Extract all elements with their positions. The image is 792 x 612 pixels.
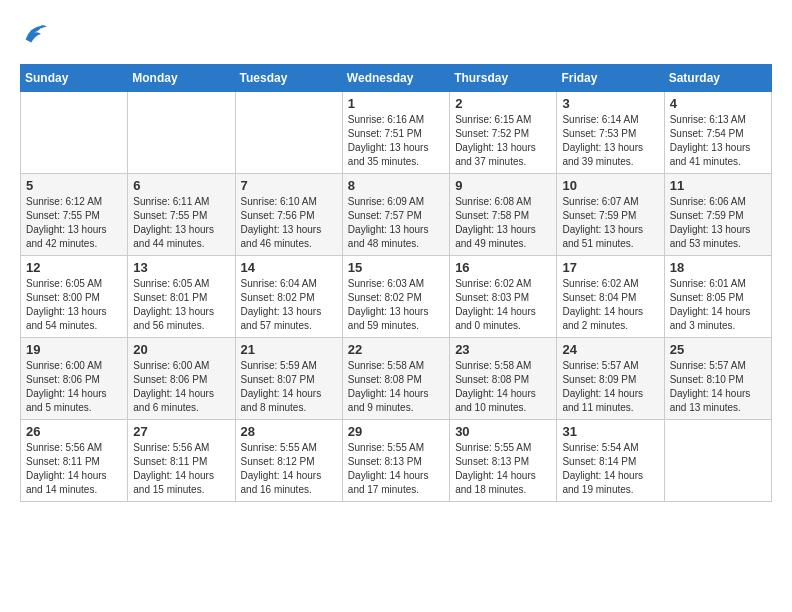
day-info: Sunrise: 6:06 AM Sunset: 7:59 PM Dayligh…	[670, 195, 766, 251]
day-info: Sunrise: 6:05 AM Sunset: 8:00 PM Dayligh…	[26, 277, 122, 333]
calendar-cell: 21Sunrise: 5:59 AM Sunset: 8:07 PM Dayli…	[235, 338, 342, 420]
calendar-week-row: 5Sunrise: 6:12 AM Sunset: 7:55 PM Daylig…	[21, 174, 772, 256]
day-number: 6	[133, 178, 229, 193]
weekday-header: Wednesday	[342, 65, 449, 92]
logo	[20, 20, 54, 48]
day-number: 24	[562, 342, 658, 357]
calendar-cell: 8Sunrise: 6:09 AM Sunset: 7:57 PM Daylig…	[342, 174, 449, 256]
calendar-cell: 6Sunrise: 6:11 AM Sunset: 7:55 PM Daylig…	[128, 174, 235, 256]
calendar-cell	[235, 92, 342, 174]
day-info: Sunrise: 5:56 AM Sunset: 8:11 PM Dayligh…	[133, 441, 229, 497]
calendar-cell: 26Sunrise: 5:56 AM Sunset: 8:11 PM Dayli…	[21, 420, 128, 502]
day-number: 31	[562, 424, 658, 439]
day-info: Sunrise: 6:14 AM Sunset: 7:53 PM Dayligh…	[562, 113, 658, 169]
day-info: Sunrise: 5:56 AM Sunset: 8:11 PM Dayligh…	[26, 441, 122, 497]
calendar-cell: 3Sunrise: 6:14 AM Sunset: 7:53 PM Daylig…	[557, 92, 664, 174]
calendar-cell: 11Sunrise: 6:06 AM Sunset: 7:59 PM Dayli…	[664, 174, 771, 256]
day-number: 14	[241, 260, 337, 275]
calendar-cell: 4Sunrise: 6:13 AM Sunset: 7:54 PM Daylig…	[664, 92, 771, 174]
calendar-cell: 7Sunrise: 6:10 AM Sunset: 7:56 PM Daylig…	[235, 174, 342, 256]
day-number: 25	[670, 342, 766, 357]
day-number: 29	[348, 424, 444, 439]
day-info: Sunrise: 6:07 AM Sunset: 7:59 PM Dayligh…	[562, 195, 658, 251]
day-info: Sunrise: 6:15 AM Sunset: 7:52 PM Dayligh…	[455, 113, 551, 169]
calendar-cell: 13Sunrise: 6:05 AM Sunset: 8:01 PM Dayli…	[128, 256, 235, 338]
calendar-cell	[664, 420, 771, 502]
weekday-header: Thursday	[450, 65, 557, 92]
calendar-week-row: 19Sunrise: 6:00 AM Sunset: 8:06 PM Dayli…	[21, 338, 772, 420]
calendar-header: SundayMondayTuesdayWednesdayThursdayFrid…	[21, 65, 772, 92]
day-number: 22	[348, 342, 444, 357]
day-info: Sunrise: 6:08 AM Sunset: 7:58 PM Dayligh…	[455, 195, 551, 251]
calendar-cell: 5Sunrise: 6:12 AM Sunset: 7:55 PM Daylig…	[21, 174, 128, 256]
day-info: Sunrise: 5:59 AM Sunset: 8:07 PM Dayligh…	[241, 359, 337, 415]
calendar-cell: 27Sunrise: 5:56 AM Sunset: 8:11 PM Dayli…	[128, 420, 235, 502]
day-number: 27	[133, 424, 229, 439]
day-number: 23	[455, 342, 551, 357]
day-info: Sunrise: 5:55 AM Sunset: 8:13 PM Dayligh…	[455, 441, 551, 497]
weekday-header: Sunday	[21, 65, 128, 92]
day-info: Sunrise: 6:02 AM Sunset: 8:03 PM Dayligh…	[455, 277, 551, 333]
day-info: Sunrise: 5:55 AM Sunset: 8:13 PM Dayligh…	[348, 441, 444, 497]
weekday-header: Friday	[557, 65, 664, 92]
calendar-cell: 16Sunrise: 6:02 AM Sunset: 8:03 PM Dayli…	[450, 256, 557, 338]
calendar-cell: 24Sunrise: 5:57 AM Sunset: 8:09 PM Dayli…	[557, 338, 664, 420]
day-number: 2	[455, 96, 551, 111]
calendar-cell: 18Sunrise: 6:01 AM Sunset: 8:05 PM Dayli…	[664, 256, 771, 338]
day-number: 15	[348, 260, 444, 275]
day-info: Sunrise: 6:00 AM Sunset: 8:06 PM Dayligh…	[26, 359, 122, 415]
day-number: 8	[348, 178, 444, 193]
day-number: 28	[241, 424, 337, 439]
calendar-body: 1Sunrise: 6:16 AM Sunset: 7:51 PM Daylig…	[21, 92, 772, 502]
day-number: 11	[670, 178, 766, 193]
day-info: Sunrise: 5:58 AM Sunset: 8:08 PM Dayligh…	[348, 359, 444, 415]
day-number: 12	[26, 260, 122, 275]
day-info: Sunrise: 6:01 AM Sunset: 8:05 PM Dayligh…	[670, 277, 766, 333]
day-info: Sunrise: 6:10 AM Sunset: 7:56 PM Dayligh…	[241, 195, 337, 251]
calendar-cell: 17Sunrise: 6:02 AM Sunset: 8:04 PM Dayli…	[557, 256, 664, 338]
weekday-header-row: SundayMondayTuesdayWednesdayThursdayFrid…	[21, 65, 772, 92]
calendar-cell: 29Sunrise: 5:55 AM Sunset: 8:13 PM Dayli…	[342, 420, 449, 502]
day-info: Sunrise: 6:09 AM Sunset: 7:57 PM Dayligh…	[348, 195, 444, 251]
day-info: Sunrise: 6:04 AM Sunset: 8:02 PM Dayligh…	[241, 277, 337, 333]
day-number: 5	[26, 178, 122, 193]
day-info: Sunrise: 6:16 AM Sunset: 7:51 PM Dayligh…	[348, 113, 444, 169]
day-number: 4	[670, 96, 766, 111]
calendar-cell: 1Sunrise: 6:16 AM Sunset: 7:51 PM Daylig…	[342, 92, 449, 174]
day-number: 26	[26, 424, 122, 439]
logo-bird-icon	[20, 20, 48, 48]
calendar-cell: 23Sunrise: 5:58 AM Sunset: 8:08 PM Dayli…	[450, 338, 557, 420]
day-number: 3	[562, 96, 658, 111]
day-number: 20	[133, 342, 229, 357]
day-number: 18	[670, 260, 766, 275]
day-info: Sunrise: 6:05 AM Sunset: 8:01 PM Dayligh…	[133, 277, 229, 333]
day-number: 10	[562, 178, 658, 193]
page-header	[20, 20, 772, 48]
weekday-header: Monday	[128, 65, 235, 92]
calendar-cell: 20Sunrise: 6:00 AM Sunset: 8:06 PM Dayli…	[128, 338, 235, 420]
day-number: 21	[241, 342, 337, 357]
calendar-cell: 10Sunrise: 6:07 AM Sunset: 7:59 PM Dayli…	[557, 174, 664, 256]
calendar-cell: 9Sunrise: 6:08 AM Sunset: 7:58 PM Daylig…	[450, 174, 557, 256]
calendar-cell: 15Sunrise: 6:03 AM Sunset: 8:02 PM Dayli…	[342, 256, 449, 338]
day-number: 7	[241, 178, 337, 193]
calendar-cell: 31Sunrise: 5:54 AM Sunset: 8:14 PM Dayli…	[557, 420, 664, 502]
day-number: 17	[562, 260, 658, 275]
calendar-cell: 28Sunrise: 5:55 AM Sunset: 8:12 PM Dayli…	[235, 420, 342, 502]
day-info: Sunrise: 6:00 AM Sunset: 8:06 PM Dayligh…	[133, 359, 229, 415]
day-number: 30	[455, 424, 551, 439]
calendar-week-row: 12Sunrise: 6:05 AM Sunset: 8:00 PM Dayli…	[21, 256, 772, 338]
day-info: Sunrise: 5:57 AM Sunset: 8:10 PM Dayligh…	[670, 359, 766, 415]
weekday-header: Saturday	[664, 65, 771, 92]
day-info: Sunrise: 6:12 AM Sunset: 7:55 PM Dayligh…	[26, 195, 122, 251]
calendar-week-row: 1Sunrise: 6:16 AM Sunset: 7:51 PM Daylig…	[21, 92, 772, 174]
day-number: 9	[455, 178, 551, 193]
calendar-cell: 2Sunrise: 6:15 AM Sunset: 7:52 PM Daylig…	[450, 92, 557, 174]
day-info: Sunrise: 6:11 AM Sunset: 7:55 PM Dayligh…	[133, 195, 229, 251]
day-number: 13	[133, 260, 229, 275]
calendar-cell: 30Sunrise: 5:55 AM Sunset: 8:13 PM Dayli…	[450, 420, 557, 502]
day-info: Sunrise: 6:03 AM Sunset: 8:02 PM Dayligh…	[348, 277, 444, 333]
day-info: Sunrise: 5:57 AM Sunset: 8:09 PM Dayligh…	[562, 359, 658, 415]
day-number: 16	[455, 260, 551, 275]
calendar-cell	[128, 92, 235, 174]
